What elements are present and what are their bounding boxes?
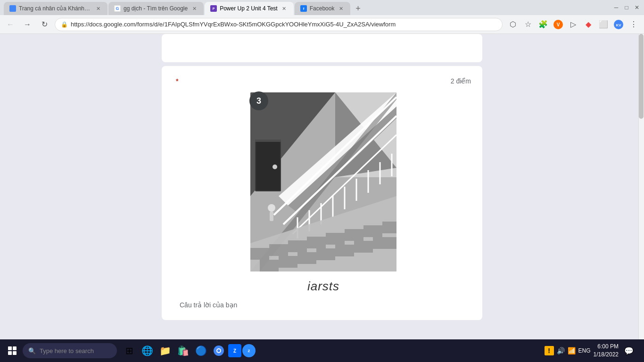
tab-strip: Trang cá nhân của Khánh Vy Phu... ✕ G gg…: [4, 0, 364, 15]
svg-rect-42: [260, 260, 279, 272]
tab-khanh-vy[interactable]: Trang cá nhân của Khánh Vy Phu... ✕: [4, 2, 107, 15]
svg-point-30: [272, 165, 277, 169]
svg-rect-37: [307, 237, 326, 248]
notification-badge[interactable]: !: [545, 346, 554, 355]
svg-rect-44: [297, 252, 316, 264]
svg-rect-39: [345, 229, 363, 241]
svg-rect-36: [288, 240, 307, 252]
svg-text:f: f: [303, 7, 304, 11]
close-button[interactable]: ✕: [634, 4, 640, 11]
top-card: [162, 34, 482, 62]
taskbar: 🔍 ⊞ 🌐 📁 🛍️ 🔵 Z Z ! 🔊 📶 ENG 6:00 PM 1/18/…: [0, 339, 644, 362]
ruby-icon: ◆: [582, 18, 595, 31]
taskbar-task-view[interactable]: ⊞: [121, 342, 138, 359]
svg-point-31: [268, 204, 275, 212]
svg-rect-48: [373, 237, 396, 249]
start-button[interactable]: [4, 342, 21, 359]
browser-actions: ⬡ ☆ 🧩 V ▷ ◆ ⬜ KV ⋮: [506, 18, 640, 31]
cast-button[interactable]: ⬡: [506, 18, 520, 31]
menu-button[interactable]: ⋮: [627, 18, 640, 31]
profile-button[interactable]: V: [552, 18, 565, 31]
taskbar-store-icon[interactable]: 🛍️: [174, 342, 191, 359]
bookmark-button[interactable]: ☆: [521, 18, 535, 31]
tab-label-1: Trang cá nhân của Khánh Vy Phu...: [19, 5, 91, 12]
stair-image: [250, 92, 396, 272]
tab-favicon-1: [9, 5, 16, 12]
svg-text:P: P: [213, 7, 215, 10]
tab-favicon-2: G: [114, 5, 121, 12]
tab-label-3: Power Up 2 Unit 4 Test: [220, 5, 278, 12]
svg-rect-34: [250, 248, 269, 260]
tab-close-2[interactable]: ✕: [190, 5, 198, 12]
language-badge[interactable]: ENG: [578, 347, 591, 354]
svg-rect-43: [279, 256, 297, 268]
puzzle-icon[interactable]: ⬜: [597, 18, 610, 31]
back-button[interactable]: ←: [4, 18, 17, 31]
taskbar-explorer-icon[interactable]: 📁: [157, 342, 173, 359]
svg-rect-40: [363, 225, 382, 237]
points-badge: 2 điểm: [451, 77, 471, 85]
taskbar-zoom-icon[interactable]: Z: [242, 344, 256, 357]
tab-label-2: gg dịch - Tìm trên Google: [124, 5, 188, 12]
tab-google[interactable]: G gg dịch - Tìm trên Google ✕: [108, 2, 204, 15]
tab-close-3[interactable]: ✕: [281, 5, 288, 12]
network-icon[interactable]: 📶: [568, 347, 576, 354]
taskbar-zalo-icon[interactable]: Z: [228, 344, 241, 357]
taskbar-edge-icon[interactable]: 🌐: [139, 342, 156, 359]
system-tray: ! 🔊 📶 ENG 6:00 PM 1/18/2022 💬: [541, 343, 640, 359]
maximize-button[interactable]: □: [623, 4, 630, 11]
svg-rect-29: [255, 140, 281, 142]
tab-favicon-4: f: [300, 5, 307, 12]
title-bar: Trang cá nhân của Khánh Vy Phu... ✕ G gg…: [0, 0, 644, 15]
page-content: * 2 điểm 3: [0, 34, 644, 339]
tab-label-4: Facebook: [310, 5, 335, 12]
taskbar-clock[interactable]: 6:00 PM 1/18/2022: [594, 343, 619, 359]
clock-time: 6:00 PM: [597, 343, 619, 351]
action-center-icon[interactable]: 💬: [621, 343, 636, 358]
svg-rect-35: [269, 244, 288, 256]
clock-date: 1/18/2022: [594, 351, 619, 359]
image-container: 3: [176, 92, 471, 309]
svg-rect-41: [382, 222, 396, 233]
svg-rect-47: [354, 241, 373, 253]
forward-button[interactable]: →: [21, 18, 34, 31]
minimize-button[interactable]: ─: [613, 4, 619, 11]
windows-icon: [8, 346, 17, 355]
taskbar-search-input[interactable]: [40, 347, 110, 354]
taskbar-search-bar[interactable]: 🔍: [23, 343, 117, 358]
url-bar[interactable]: 🔒 https://docs.google.com/forms/d/e/1FAI…: [55, 18, 503, 31]
image-wrapper: 3: [250, 92, 396, 272]
taskbar-chrome-icon[interactable]: [210, 342, 227, 359]
lock-icon: 🔒: [61, 21, 68, 28]
scrambled-word: iarsts: [307, 279, 339, 294]
tab-facebook[interactable]: f Facebook ✕: [295, 2, 351, 15]
scrollbar-thumb[interactable]: [639, 34, 644, 119]
svg-point-51: [217, 349, 220, 352]
tab-power-up[interactable]: P Power Up 2 Unit 4 Test ✕: [205, 2, 294, 15]
search-icon: 🔍: [28, 347, 36, 354]
required-star: *: [176, 77, 178, 85]
cursor-icon: ▷: [567, 18, 580, 31]
avatar-icon[interactable]: KV: [612, 18, 625, 31]
browser-scrollbar[interactable]: [638, 34, 644, 339]
tab-close-1[interactable]: ✕: [94, 5, 102, 12]
svg-rect-45: [316, 248, 335, 260]
tab-close-4[interactable]: ✕: [337, 5, 345, 12]
question-number-badge: 3: [249, 91, 268, 110]
answer-label: Câu trả lời của bạn: [180, 301, 237, 309]
stair-svg: [250, 92, 396, 272]
window-controls: ─ □ ✕: [613, 4, 640, 11]
svg-rect-32: [270, 212, 273, 221]
url-text: https://docs.google.com/forms/d/e/1FAIpQ…: [71, 21, 496, 28]
taskbar-ie-icon[interactable]: 🔵: [192, 342, 209, 359]
form-page: * 2 điểm 3: [162, 34, 482, 339]
reload-button[interactable]: ↻: [38, 18, 51, 31]
new-tab-button[interactable]: +: [351, 2, 364, 15]
svg-text:KV: KV: [616, 23, 621, 27]
volume-icon[interactable]: 🔊: [557, 347, 565, 354]
taskbar-app-icons: ⊞ 🌐 📁 🛍️ 🔵 Z Z: [121, 342, 256, 359]
question-header: * 2 điểm: [176, 77, 471, 85]
address-bar: ← → ↻ 🔒 https://docs.google.com/forms/d/…: [0, 15, 644, 34]
svg-text:V: V: [557, 22, 560, 27]
extensions-button[interactable]: 🧩: [537, 18, 550, 31]
